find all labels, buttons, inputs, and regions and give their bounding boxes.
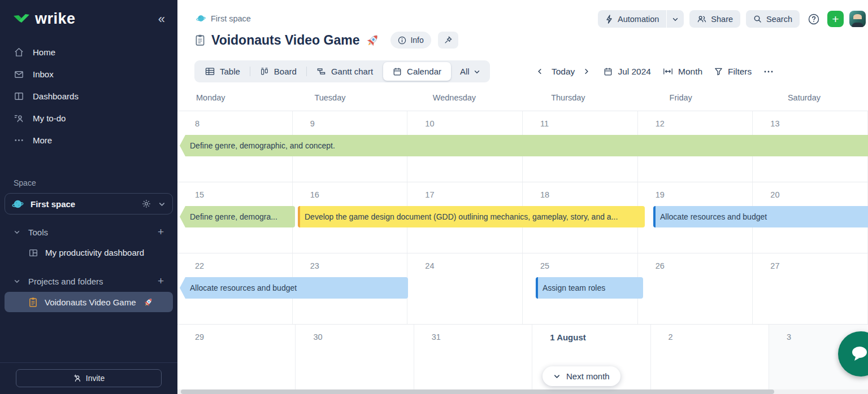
collapse-sidebar-icon[interactable]: « — [158, 13, 165, 25]
zoom-selector[interactable]: Month — [663, 67, 702, 77]
horizontal-scrollbar[interactable] — [177, 389, 868, 394]
day-cell[interactable]: 29 — [177, 325, 296, 394]
range-icon — [663, 68, 673, 75]
info-label: Info — [410, 36, 423, 45]
sidebar-item-my-todo[interactable]: My to-do — [0, 107, 177, 129]
weekday-header: Tuesday — [296, 89, 414, 111]
sidebar-item-home[interactable]: Home — [0, 41, 177, 63]
day-cell[interactable]: 30 — [296, 325, 414, 394]
board-icon — [260, 67, 269, 76]
day-cell[interactable]: 26 — [638, 253, 753, 324]
calendar-grid: Monday Tuesday Wednesday Thursday Friday… — [177, 89, 868, 394]
sidebar-item-voidonauts-project[interactable]: Voidonauts Video Game — [5, 292, 173, 312]
today-button[interactable]: Today — [548, 67, 578, 77]
sidebar-item-label: Dashboards — [33, 91, 79, 101]
share-label: Share — [711, 15, 733, 24]
avatar[interactable] — [849, 11, 866, 27]
period-selector[interactable]: Jul 2024 — [604, 67, 651, 77]
sidebar-item-inbox[interactable]: Inbox — [0, 63, 177, 85]
view-filter-dropdown[interactable]: All — [452, 67, 489, 76]
task-bar-define-genre[interactable]: Define genre, demogra... — [185, 206, 295, 227]
day-cell[interactable]: 2 — [651, 325, 769, 394]
tab-board[interactable]: Board — [250, 60, 306, 82]
pin-icon — [444, 36, 453, 45]
title-row: Voidonauts Video Game Info — [194, 32, 458, 49]
add-button[interactable]: + — [827, 11, 844, 27]
dashboard-icon — [28, 248, 38, 258]
plus-icon[interactable]: + — [158, 226, 164, 238]
sidebar-section-tools[interactable]: Tools + — [0, 222, 177, 242]
weekday-header: Friday — [651, 89, 769, 111]
tree-item-label: Voidonauts Video Game — [45, 297, 136, 307]
more-options-icon[interactable] — [763, 68, 774, 76]
chevron-down-icon — [474, 68, 480, 75]
task-bar-develop-gdd[interactable]: Develop the game design document (GDD) o… — [298, 206, 645, 227]
breadcrumb[interactable]: First space — [196, 14, 251, 23]
main-area: First space Voidonauts Video Game Info A… — [177, 0, 868, 394]
chevron-right-icon[interactable] — [581, 68, 592, 75]
chevron-left-icon[interactable] — [535, 68, 545, 75]
weekday-header: Wednesday — [414, 89, 532, 111]
sidebar-item-more[interactable]: More — [0, 129, 177, 151]
dashboards-icon — [14, 91, 24, 102]
sidebar-item-dashboards[interactable]: Dashboards — [0, 85, 177, 107]
task-bar-allocate-resources[interactable]: Allocate resources and budget — [653, 206, 868, 227]
tab-label: Gantt chart — [331, 67, 373, 76]
clipboard-icon — [194, 34, 206, 46]
sidebar-item-label: More — [33, 135, 52, 145]
chevron-down-icon — [553, 373, 561, 380]
gear-icon[interactable] — [141, 199, 151, 209]
help-button[interactable] — [805, 11, 822, 27]
more-icon — [14, 135, 24, 146]
automation-dropdown-button[interactable] — [667, 10, 684, 28]
day-cell[interactable]: 24 — [407, 253, 523, 324]
week-row: 15 16 17 18 19 20 Define genre, demogra.… — [177, 182, 868, 253]
calendar-toolbar: Today Jul 2024 Month Filters — [535, 60, 774, 82]
task-label: Define genre, demographic, and concept. — [190, 135, 863, 156]
scrollbar-thumb[interactable] — [181, 389, 774, 394]
zoom-label: Month — [678, 67, 702, 77]
sidebar-section-projects[interactable]: Projects and folders + — [0, 272, 177, 291]
gantt-icon — [316, 67, 326, 76]
chevron-down-icon — [672, 16, 679, 23]
page-title: Voidonauts Video Game — [211, 33, 359, 48]
plus-icon[interactable]: + — [158, 275, 164, 287]
tab-calendar[interactable]: Calendar — [383, 62, 451, 81]
sidebar-item-productivity-dashboard[interactable]: My productivity dashboard — [0, 242, 177, 264]
info-button[interactable]: Info — [390, 32, 431, 49]
task-bar-define-genre[interactable]: Define genre, demographic, and concept. — [185, 135, 868, 156]
task-bar-assign-team-roles[interactable]: Assign team roles — [536, 277, 643, 299]
invite-button[interactable]: Invite — [16, 369, 162, 387]
tab-table[interactable]: Table — [196, 60, 250, 82]
task-bar-allocate-resources[interactable]: Allocate resources and budget — [185, 277, 408, 299]
search-button[interactable]: Search — [746, 10, 800, 28]
sidebar-item-label: Inbox — [33, 69, 54, 79]
breadcrumb-label: First space — [211, 14, 251, 23]
pin-button[interactable] — [438, 32, 458, 49]
task-label: Allocate resources and budget — [190, 277, 403, 299]
inbox-icon — [14, 69, 24, 80]
tab-gantt-chart[interactable]: Gantt chart — [307, 60, 383, 82]
my-todo-icon — [14, 113, 24, 124]
view-tabs: Table Board Gantt chart Calendar All — [194, 60, 490, 82]
week-row: 22 23 24 25 26 27 Allocate resources and… — [177, 253, 868, 324]
filters-button[interactable]: Filters — [714, 67, 752, 77]
week-row: 8 9 10 11 12 13 Define genre, demographi… — [177, 111, 868, 182]
search-icon — [753, 15, 762, 23]
automation-label: Automation — [618, 15, 659, 24]
automation-button[interactable]: Automation — [598, 10, 666, 28]
tab-label: Calendar — [407, 67, 441, 76]
chevron-down-icon[interactable] — [158, 200, 166, 208]
view-segmented-control: Table Board Gantt chart Calendar All — [194, 60, 490, 82]
help-icon — [808, 13, 820, 25]
space-selector[interactable]: First space — [5, 193, 173, 214]
day-cell[interactable]: 31 — [414, 325, 532, 394]
add-label: + — [832, 13, 839, 25]
planet-icon — [12, 198, 24, 210]
next-month-button[interactable]: Next month — [542, 366, 620, 386]
day-cell[interactable]: 27 — [753, 253, 868, 324]
top-actions: Automation Share Search + — [598, 10, 866, 28]
chat-icon — [850, 344, 868, 364]
sidebar-footer: Invite — [0, 362, 177, 394]
share-button[interactable]: Share — [689, 10, 740, 28]
